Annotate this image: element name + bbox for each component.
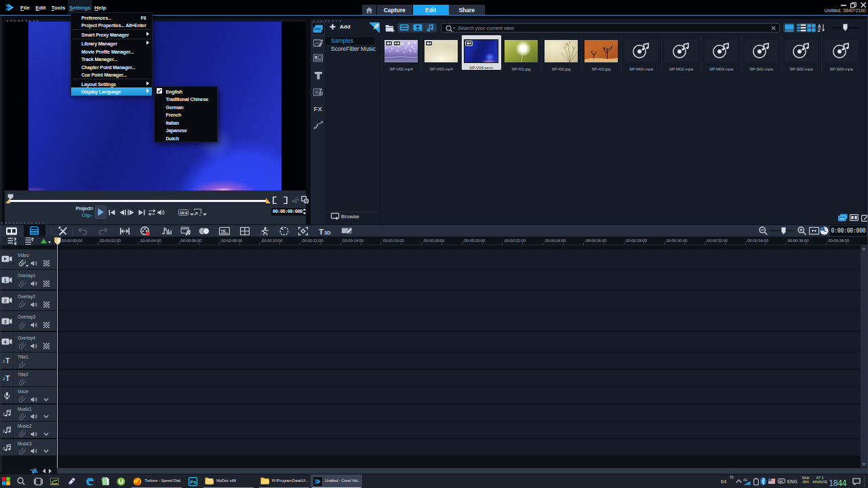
taskbar-button-folder[interactable]: R:\ProgramData\U\... [258, 474, 311, 488]
toolbar-button-time-remapping[interactable] [279, 226, 289, 235]
taskbar-search-button[interactable] [14, 474, 28, 488]
library-item[interactable]: SP-I02.jpg [541, 35, 581, 75]
taskbar-button-photoshop[interactable]: Ps [186, 474, 201, 488]
track-link-icon[interactable] [19, 342, 26, 349]
toolbar-button-undo[interactable] [78, 227, 87, 235]
rail-item-title[interactable] [313, 70, 324, 82]
rail-item-media[interactable] [313, 23, 324, 35]
library-item[interactable]: SP-S01.mpa [741, 35, 781, 75]
track-link-icon[interactable] [19, 396, 26, 403]
zoom-out-icon[interactable] [759, 226, 768, 235]
tab-home[interactable] [362, 5, 376, 15]
library-item[interactable]: SP-S03.mpa [821, 35, 861, 75]
input-language-indicator[interactable]: ENG [787, 479, 797, 484]
toolbar-button-mask-creator[interactable] [341, 226, 352, 235]
track-lane-music1[interactable] [57, 405, 861, 421]
chapter-point-dropdown-arrow[interactable] [48, 241, 51, 243]
track-link-icon[interactable] [19, 430, 26, 437]
sort-icon[interactable]: AZ [818, 24, 825, 32]
menu-item-layout-settings[interactable]: Layout Settings [71, 80, 152, 88]
track-lane-overlay2[interactable] [57, 291, 861, 310]
track-checker-icon[interactable] [43, 281, 50, 287]
track-chevron-down-icon[interactable] [43, 398, 49, 401]
track-lane-overlay1[interactable] [57, 270, 861, 289]
track-link-icon[interactable] [19, 281, 26, 287]
track-link-icon[interactable] [19, 379, 26, 386]
library-item[interactable]: SP-V04.wmv [461, 35, 501, 70]
timecode-stepper[interactable] [302, 208, 307, 215]
vscroll-down-icon[interactable] [862, 463, 866, 466]
track-speaker-icon[interactable] [31, 413, 38, 420]
trim-bar-right-handle[interactable] [266, 198, 271, 203]
browse-button[interactable]: Browse [331, 213, 372, 221]
track-lane-title1[interactable] [57, 352, 861, 369]
toolbar-button-track-motion[interactable] [298, 226, 309, 235]
track-lane-music2[interactable] [57, 422, 861, 438]
rail-item-transition[interactable] [313, 52, 324, 64]
cellular-signal-icon[interactable]: 4G [743, 478, 751, 485]
hscroll-right-button[interactable] [48, 468, 52, 474]
track-chevron-down-icon[interactable] [43, 432, 49, 436]
pin-corner-icon[interactable] [369, 22, 380, 34]
toolbar-button-mix-tools[interactable] [58, 226, 67, 235]
vscroll-up-icon[interactable] [862, 247, 866, 250]
hscroll-left-button[interactable] [42, 468, 46, 474]
toolbar-button-transition-discs[interactable] [199, 227, 210, 235]
toolbar-button-storyboard-view[interactable] [5, 227, 17, 235]
track-link-icon[interactable] [19, 448, 26, 455]
toolbar-button-motion-tracking[interactable] [260, 226, 270, 235]
track-lane-overlay4[interactable] [57, 332, 861, 352]
track-speaker-icon[interactable] [31, 322, 38, 328]
track-link-dropdown-arrow[interactable] [26, 265, 28, 267]
submenu-item-german[interactable]: German [155, 103, 217, 111]
submenu-item-traditional-chinese[interactable]: Traditional Chinese [155, 95, 217, 103]
utorrent-app-button[interactable] [113, 474, 128, 488]
submenu-item-french[interactable]: French [155, 110, 217, 119]
toolbar-button-split-screen-template[interactable] [240, 227, 250, 235]
menu-item-cue-point-manager[interactable]: Cue Point Manager... [71, 70, 152, 79]
menu-item-movie-profile-manager[interactable]: Movie Profile Manager... [71, 47, 152, 56]
timeline-zoom-slider-thumb[interactable] [781, 227, 786, 235]
project-mode-label[interactable]: Project= [69, 206, 93, 211]
library-item[interactable]: SP-V03.mp4 [421, 35, 461, 75]
track-speaker-icon[interactable] [31, 343, 38, 349]
toolbar-button-timeline-view[interactable] [24, 225, 46, 237]
track-speaker-icon[interactable] [31, 431, 38, 437]
scrub-thumb[interactable] [7, 194, 14, 200]
library-item[interactable]: SP-I03.jpg [581, 35, 621, 75]
tab-share[interactable]: Share [449, 5, 486, 15]
mark-out-icon[interactable] [283, 197, 288, 204]
library-item[interactable]: SP-V02.mp4 [381, 35, 421, 75]
tab-capture[interactable]: Capture [377, 5, 413, 15]
folder-item-samples[interactable]: Samples [326, 37, 374, 45]
track-speaker-icon[interactable] [31, 281, 38, 287]
repeat-icon[interactable] [148, 209, 156, 216]
menu-item-track-manager[interactable]: Track Manager... [71, 55, 152, 63]
folder-item-scorefitter-music[interactable]: ScoreFitter Music [326, 45, 374, 52]
submenu-item-japanese[interactable]: Japanese [155, 126, 217, 134]
edge-browser-button[interactable] [82, 474, 97, 488]
menu-item-preferences[interactable]: Preferences...F6 [71, 14, 152, 22]
track-checker-icon[interactable] [43, 343, 50, 349]
menu-item-display-language[interactable]: Display Language [71, 87, 152, 96]
track-lane-overlay3[interactable] [57, 311, 861, 331]
trim-bar[interactable] [9, 200, 266, 202]
home-frame-icon[interactable] [108, 209, 115, 216]
enlarge-preview-icon[interactable] [301, 196, 309, 203]
us-flag-icon[interactable] [768, 479, 775, 484]
clear-x-icon[interactable] [771, 26, 776, 30]
playhead-marker[interactable] [54, 237, 61, 245]
toolbar-button-redo[interactable] [98, 227, 108, 235]
menu-item-project-properties[interactable]: Project Properties...Alt+Enter [71, 21, 152, 29]
menu-item-library-manager[interactable]: Library Manager [71, 39, 152, 47]
track-checker-icon[interactable] [43, 260, 50, 266]
view-grid-button[interactable] [807, 24, 816, 32]
track-speaker-icon[interactable] [31, 260, 38, 266]
track-link-icon[interactable] [19, 301, 26, 308]
track-link-icon[interactable] [19, 260, 26, 266]
filter-photo-filter[interactable] [413, 24, 422, 32]
ruler-band[interactable]: 00:00:00:00,00:00:02:00,00:00:04:00,00:0… [57, 237, 868, 245]
toolbar-button-auto-music[interactable] [181, 226, 191, 235]
resize-fit-icon[interactable] [194, 209, 201, 216]
library-panel-toggle-icon[interactable] [838, 214, 848, 222]
